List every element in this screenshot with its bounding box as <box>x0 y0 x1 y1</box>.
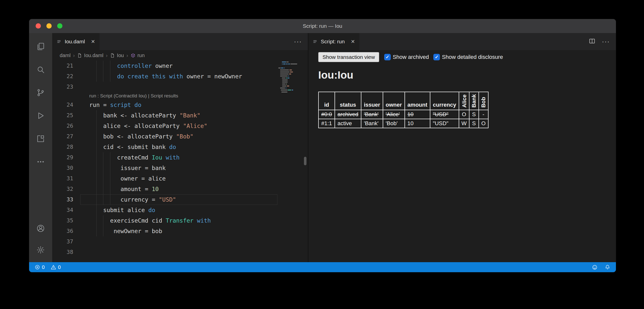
code-line[interactable]: 35 exerciseCmd cid Transfer with <box>52 215 308 226</box>
run-debug-icon[interactable] <box>29 104 52 127</box>
editor-scrollbar-thumb[interactable] <box>304 157 306 165</box>
script-view-icon <box>313 39 318 44</box>
show-transaction-view-button[interactable]: Show transaction view <box>318 52 379 62</box>
settings-gear-icon[interactable] <box>29 239 52 261</box>
code-line[interactable]: 32 amount = 10 <box>52 184 308 194</box>
errors-icon <box>35 264 40 270</box>
line-number: 31 <box>52 173 80 184</box>
code-line[interactable]: 21 controller owner <box>52 61 308 71</box>
checkbox-show-archived[interactable]: ✓Show archived <box>384 54 429 60</box>
line-number: 21 <box>52 61 80 71</box>
contract-cell: 'Bank' <box>361 110 383 119</box>
tab-script-run[interactable]: Script: run ✕ <box>308 33 359 50</box>
code-line[interactable]: 37 <box>52 236 308 247</box>
more-actions-icon[interactable] <box>29 150 52 173</box>
close-tab-icon[interactable]: ✕ <box>91 39 95 45</box>
contract-cell: 'Alice' <box>383 110 405 119</box>
contract-row: #1:1active'Bank''Bob'10"USD"WSO <box>318 119 488 128</box>
code-line[interactable]: 22 do create this with owner = newOwner <box>52 71 308 82</box>
code-line[interactable]: 23 <box>52 82 308 92</box>
breadcrumb-item-daml[interactable]: daml <box>60 53 70 58</box>
breadcrumb-item-module[interactable]: Iou <box>110 53 124 58</box>
minimize-window-button[interactable] <box>46 23 52 29</box>
column-header-status: status <box>335 92 361 110</box>
breadcrumb-item-symbol-run[interactable]: run <box>131 53 145 58</box>
contract-cell: #1:1 <box>318 119 335 128</box>
code-line[interactable]: 29 createCmd Iou with <box>52 152 308 163</box>
minimap[interactable] <box>278 61 300 97</box>
column-header-issuer: issuer <box>361 92 383 110</box>
code-line[interactable]: 30 issuer = bank <box>52 163 308 173</box>
line-number: 27 <box>52 131 80 142</box>
code-line[interactable]: 28 cid <- submit bank do <box>52 142 308 152</box>
warnings-icon <box>51 264 56 270</box>
contract-row: #0:0archived'Bank''Alice'10"USD"OS- <box>318 110 488 119</box>
close-window-button[interactable] <box>36 23 41 29</box>
script-results-panel: Script: run ✕ ··· Show transaction view … <box>308 33 616 262</box>
code-editor[interactable]: 21 controller owner22 do create this wit… <box>52 61 308 262</box>
window-title: Script: run — Iou <box>303 23 342 29</box>
code-line[interactable]: 36 newOwner = bob <box>52 226 308 236</box>
codelens[interactable]: run : Script (ContractId Iou) | Script r… <box>52 92 308 100</box>
contract-cell: #0:0 <box>318 110 335 119</box>
column-header-id: id <box>318 92 335 110</box>
code-line[interactable]: 31 owner = alice <box>52 173 308 184</box>
status-bar: 0 0 <box>29 262 616 272</box>
line-number: 34 <box>52 205 80 215</box>
party-cell: S <box>469 110 479 119</box>
feedback-icon[interactable] <box>592 264 598 270</box>
panel-more-actions-icon[interactable]: ··· <box>602 38 610 45</box>
title-bar[interactable]: Script: run — Iou <box>29 19 616 33</box>
code-line[interactable]: 34 submit alice do <box>52 205 308 215</box>
checkbox-box[interactable]: ✓ <box>384 54 391 60</box>
contract-cell: 'Bob' <box>383 119 405 128</box>
code-line[interactable]: 24run = script do <box>52 100 308 110</box>
explorer-icon[interactable] <box>29 35 52 58</box>
line-number: 28 <box>52 142 80 152</box>
notifications-bell-icon[interactable] <box>605 264 610 270</box>
tab-iou-daml[interactable]: Iou.daml ✕ <box>52 33 100 50</box>
contract-cell: active <box>335 119 361 128</box>
account-icon[interactable] <box>29 218 52 239</box>
error-count: 0 <box>42 264 45 270</box>
breadcrumb-separator: › <box>126 52 128 58</box>
checkbox-box[interactable]: ✓ <box>433 54 440 60</box>
code-line[interactable]: 26 alice <- allocateParty "Alice" <box>52 121 308 131</box>
contract-cell: "USD" <box>430 119 459 128</box>
split-editor-icon[interactable] <box>589 38 595 45</box>
code-line[interactable]: 25 bank <- allocateParty "Bank" <box>52 110 308 121</box>
contract-cell: 10 <box>405 110 430 119</box>
extensions-icon[interactable] <box>29 127 52 150</box>
code-line[interactable]: 38 <box>52 247 308 257</box>
contract-cell: archived <box>335 110 361 119</box>
editor-more-actions-icon[interactable]: ··· <box>294 38 302 45</box>
checkbox-label: Show detailed disclosure <box>442 54 503 60</box>
tab-label: Iou.daml <box>65 39 85 45</box>
breadcrumb-separator: › <box>73 52 75 58</box>
search-icon[interactable] <box>29 58 52 81</box>
editor-tab-bar: Iou.daml ✕ ··· <box>52 33 308 50</box>
line-number: 24 <box>52 100 80 110</box>
party-column-alice: Alice <box>459 92 469 110</box>
contract-cell: 10 <box>405 119 430 128</box>
line-number: 38 <box>52 247 80 257</box>
code-line[interactable]: 33 currency = "USD" <box>52 194 308 205</box>
problems-indicator[interactable]: 0 0 <box>35 264 61 270</box>
warning-count: 0 <box>58 264 61 270</box>
template-heading: Iou:Iou <box>318 69 616 81</box>
source-control-icon[interactable] <box>29 81 52 104</box>
checkbox-show-detailed-disclosure[interactable]: ✓Show detailed disclosure <box>433 54 503 60</box>
breadcrumb: daml › Iou.daml › Iou › run <box>52 50 308 61</box>
script-view: Show transaction view ✓Show archived✓Sho… <box>308 50 616 262</box>
code-line[interactable]: 27 bob <- allocateParty "Bob" <box>52 131 308 142</box>
zoom-window-button[interactable] <box>57 23 62 29</box>
party-cell: O <box>459 110 469 119</box>
line-number: 25 <box>52 110 80 121</box>
column-header-owner: owner <box>383 92 405 110</box>
daml-file-icon <box>57 39 62 44</box>
close-panel-tab-icon[interactable]: ✕ <box>351 39 355 45</box>
party-cell: O <box>479 119 488 128</box>
file-icon <box>77 53 82 58</box>
breadcrumb-item-file[interactable]: Iou.daml <box>77 53 103 58</box>
party-cell: - <box>479 110 488 119</box>
